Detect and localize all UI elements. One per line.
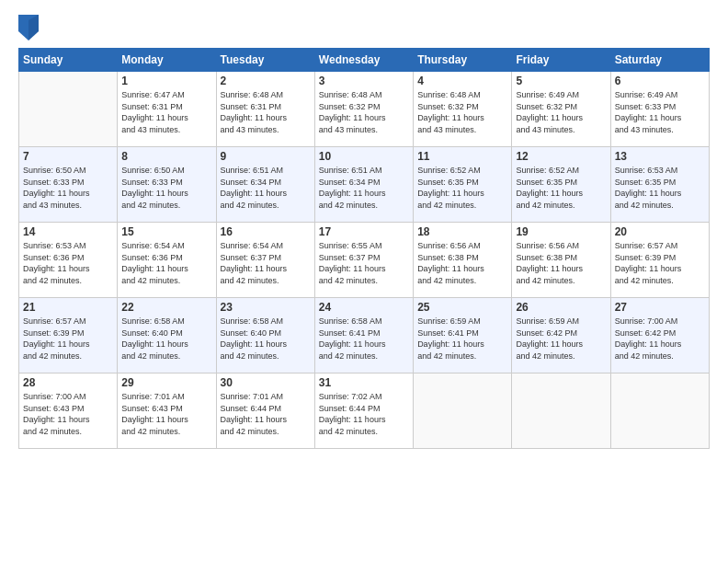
calendar-cell: 16Sunrise: 6:54 AMSunset: 6:37 PMDayligh… — [216, 223, 314, 298]
day-of-week-header: Monday — [118, 49, 216, 72]
calendar-week-row: 28Sunrise: 7:00 AMSunset: 6:43 PMDayligh… — [19, 373, 710, 449]
day-of-week-header: Tuesday — [216, 49, 314, 72]
day-number: 22 — [121, 301, 211, 314]
calendar-cell — [610, 373, 709, 449]
day-number: 5 — [516, 75, 606, 87]
day-detail: Sunrise: 6:52 AMSunset: 6:35 PMDaylight:… — [417, 165, 507, 211]
calendar-cell — [414, 373, 512, 449]
day-number: 24 — [319, 301, 409, 314]
day-number: 9 — [221, 150, 311, 163]
day-of-week-header: Saturday — [610, 49, 709, 72]
day-detail: Sunrise: 6:57 AMSunset: 6:39 PMDaylight:… — [23, 316, 113, 362]
calendar-cell: 26Sunrise: 6:59 AMSunset: 6:42 PMDayligh… — [512, 298, 610, 373]
calendar-cell: 31Sunrise: 7:02 AMSunset: 6:44 PMDayligh… — [314, 373, 413, 449]
calendar-cell: 1Sunrise: 6:47 AMSunset: 6:31 PMDaylight… — [118, 72, 216, 147]
calendar-cell: 7Sunrise: 6:50 AMSunset: 6:33 PMDaylight… — [19, 147, 118, 223]
day-number: 17 — [319, 225, 409, 238]
day-number: 20 — [615, 225, 705, 238]
calendar-cell: 10Sunrise: 6:51 AMSunset: 6:34 PMDayligh… — [314, 147, 413, 223]
day-number: 21 — [23, 301, 113, 314]
day-detail: Sunrise: 6:53 AMSunset: 6:36 PMDaylight:… — [23, 240, 113, 286]
day-detail: Sunrise: 6:49 AMSunset: 6:32 PMDaylight:… — [516, 89, 606, 135]
calendar-week-row: 14Sunrise: 6:53 AMSunset: 6:36 PMDayligh… — [19, 223, 710, 298]
day-detail: Sunrise: 6:58 AMSunset: 6:41 PMDaylight:… — [319, 316, 409, 362]
calendar: SundayMondayTuesdayWednesdayThursdayFrid… — [18, 48, 710, 449]
calendar-cell: 3Sunrise: 6:48 AMSunset: 6:32 PMDaylight… — [314, 72, 413, 147]
day-number: 19 — [516, 225, 606, 238]
day-detail: Sunrise: 6:59 AMSunset: 6:42 PMDaylight:… — [516, 316, 606, 362]
day-number: 8 — [121, 150, 211, 163]
day-detail: Sunrise: 7:00 AMSunset: 6:42 PMDaylight:… — [615, 316, 705, 362]
calendar-header-row: SundayMondayTuesdayWednesdayThursdayFrid… — [19, 49, 710, 72]
day-detail: Sunrise: 6:59 AMSunset: 6:41 PMDaylight:… — [417, 316, 507, 362]
calendar-cell: 28Sunrise: 7:00 AMSunset: 6:43 PMDayligh… — [19, 373, 118, 449]
calendar-cell: 22Sunrise: 6:58 AMSunset: 6:40 PMDayligh… — [118, 298, 216, 373]
day-number: 18 — [417, 225, 507, 238]
calendar-cell: 21Sunrise: 6:57 AMSunset: 6:39 PMDayligh… — [19, 298, 118, 373]
calendar-cell: 17Sunrise: 6:55 AMSunset: 6:37 PMDayligh… — [314, 223, 413, 298]
calendar-cell: 30Sunrise: 7:01 AMSunset: 6:44 PMDayligh… — [216, 373, 314, 449]
calendar-cell: 9Sunrise: 6:51 AMSunset: 6:34 PMDaylight… — [216, 147, 314, 223]
day-number: 25 — [417, 301, 507, 314]
calendar-cell: 19Sunrise: 6:56 AMSunset: 6:38 PMDayligh… — [512, 223, 610, 298]
calendar-cell: 14Sunrise: 6:53 AMSunset: 6:36 PMDayligh… — [19, 223, 118, 298]
calendar-cell: 12Sunrise: 6:52 AMSunset: 6:35 PMDayligh… — [512, 147, 610, 223]
day-detail: Sunrise: 6:54 AMSunset: 6:37 PMDaylight:… — [221, 240, 311, 286]
day-number: 2 — [221, 75, 311, 87]
day-of-week-header: Thursday — [414, 49, 512, 72]
calendar-cell — [19, 72, 118, 147]
day-number: 23 — [221, 301, 311, 314]
day-of-week-header: Friday — [512, 49, 610, 72]
day-number: 11 — [417, 150, 507, 163]
day-detail: Sunrise: 6:55 AMSunset: 6:37 PMDaylight:… — [319, 240, 409, 286]
calendar-cell: 20Sunrise: 6:57 AMSunset: 6:39 PMDayligh… — [610, 223, 709, 298]
calendar-cell: 4Sunrise: 6:48 AMSunset: 6:32 PMDaylight… — [414, 72, 512, 147]
day-detail: Sunrise: 7:01 AMSunset: 6:44 PMDaylight:… — [221, 391, 311, 437]
day-number: 13 — [615, 150, 705, 163]
day-detail: Sunrise: 6:51 AMSunset: 6:34 PMDaylight:… — [319, 165, 409, 211]
day-detail: Sunrise: 6:53 AMSunset: 6:35 PMDaylight:… — [615, 165, 705, 211]
logo — [18, 15, 40, 40]
day-detail: Sunrise: 6:58 AMSunset: 6:40 PMDaylight:… — [121, 316, 211, 362]
calendar-cell: 23Sunrise: 6:58 AMSunset: 6:40 PMDayligh… — [216, 298, 314, 373]
day-number: 10 — [319, 150, 409, 163]
day-detail: Sunrise: 7:01 AMSunset: 6:43 PMDaylight:… — [121, 391, 211, 437]
day-number: 26 — [516, 301, 606, 314]
day-of-week-header: Sunday — [19, 49, 118, 72]
day-detail: Sunrise: 6:58 AMSunset: 6:40 PMDaylight:… — [221, 316, 311, 362]
calendar-cell — [512, 373, 610, 449]
calendar-cell: 18Sunrise: 6:56 AMSunset: 6:38 PMDayligh… — [414, 223, 512, 298]
day-detail: Sunrise: 6:56 AMSunset: 6:38 PMDaylight:… — [516, 240, 606, 286]
day-detail: Sunrise: 6:56 AMSunset: 6:38 PMDaylight:… — [417, 240, 507, 286]
calendar-cell: 8Sunrise: 6:50 AMSunset: 6:33 PMDaylight… — [118, 147, 216, 223]
header — [18, 15, 710, 40]
calendar-cell: 2Sunrise: 6:48 AMSunset: 6:31 PMDaylight… — [216, 72, 314, 147]
day-number: 29 — [121, 376, 211, 389]
day-detail: Sunrise: 6:48 AMSunset: 6:32 PMDaylight:… — [417, 89, 507, 135]
day-detail: Sunrise: 6:49 AMSunset: 6:33 PMDaylight:… — [615, 89, 705, 135]
day-number: 12 — [516, 150, 606, 163]
day-detail: Sunrise: 6:48 AMSunset: 6:31 PMDaylight:… — [221, 89, 311, 135]
calendar-cell: 5Sunrise: 6:49 AMSunset: 6:32 PMDaylight… — [512, 72, 610, 147]
logo-icon — [18, 15, 39, 40]
day-detail: Sunrise: 6:50 AMSunset: 6:33 PMDaylight:… — [121, 165, 211, 211]
day-number: 3 — [319, 75, 409, 87]
calendar-cell: 13Sunrise: 6:53 AMSunset: 6:35 PMDayligh… — [610, 147, 709, 223]
calendar-week-row: 7Sunrise: 6:50 AMSunset: 6:33 PMDaylight… — [19, 147, 710, 223]
day-detail: Sunrise: 6:52 AMSunset: 6:35 PMDaylight:… — [516, 165, 606, 211]
day-detail: Sunrise: 6:51 AMSunset: 6:34 PMDaylight:… — [221, 165, 311, 211]
day-number: 30 — [221, 376, 311, 389]
calendar-week-row: 1Sunrise: 6:47 AMSunset: 6:31 PMDaylight… — [19, 72, 710, 147]
day-detail: Sunrise: 6:57 AMSunset: 6:39 PMDaylight:… — [615, 240, 705, 286]
calendar-cell: 25Sunrise: 6:59 AMSunset: 6:41 PMDayligh… — [414, 298, 512, 373]
day-number: 6 — [615, 75, 705, 87]
day-number: 1 — [121, 75, 211, 87]
calendar-cell: 29Sunrise: 7:01 AMSunset: 6:43 PMDayligh… — [118, 373, 216, 449]
day-number: 7 — [23, 150, 113, 163]
calendar-week-row: 21Sunrise: 6:57 AMSunset: 6:39 PMDayligh… — [19, 298, 710, 373]
day-number: 14 — [23, 225, 113, 238]
day-number: 31 — [319, 376, 409, 389]
page: SundayMondayTuesdayWednesdayThursdayFrid… — [0, 0, 728, 563]
day-number: 15 — [121, 225, 211, 238]
calendar-cell: 11Sunrise: 6:52 AMSunset: 6:35 PMDayligh… — [414, 147, 512, 223]
